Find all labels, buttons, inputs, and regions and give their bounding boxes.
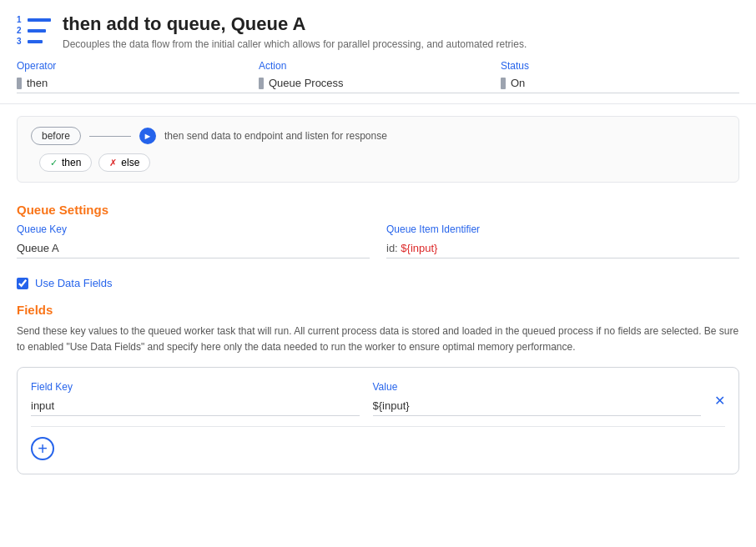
status-drag-handle — [501, 78, 506, 89]
fields-section: Fields Send these key values to the queu… — [0, 289, 756, 483]
operator-label: Operator — [17, 60, 259, 72]
check-icon: ✓ — [50, 158, 58, 168]
queue-key-input[interactable] — [17, 238, 370, 258]
action-drag-handle — [259, 78, 264, 89]
fields-section-title: Fields — [17, 303, 739, 324]
operator-drag-handle — [17, 78, 22, 89]
field-key-group: Field Key — [31, 381, 360, 416]
queue-item-identifier-group: Queue Item Identifier id: ${input} — [386, 223, 739, 258]
action-label: Action — [259, 60, 501, 72]
fields-divider — [31, 426, 725, 427]
else-button[interactable]: ✗ else — [98, 153, 150, 172]
field-value-label: Value — [373, 381, 702, 393]
use-data-fields-label[interactable]: Use Data Fields — [35, 277, 112, 289]
list-icon: 1 2 3 — [17, 13, 51, 46]
page-title: then add to queue, Queue A — [63, 13, 527, 35]
status-group: Status On — [501, 60, 739, 93]
condition-area: before ► then send data to endpoint and … — [17, 116, 739, 183]
id-input-value: ${input} — [401, 242, 437, 254]
operator-group: Operator then — [17, 60, 259, 93]
else-label: else — [121, 157, 139, 168]
queue-settings-area: Queue Key Queue Item Identifier id: ${in… — [0, 223, 756, 267]
fields-card: Field Key Value ✕ + — [17, 367, 739, 474]
status-value: On — [511, 77, 525, 89]
queue-identifier-value: id: ${input} — [386, 238, 739, 258]
action-value: Queue Process — [269, 77, 344, 89]
field-value-group: Value — [373, 381, 702, 416]
use-data-fields-checkbox[interactable] — [17, 278, 28, 289]
status-label: Status — [501, 60, 739, 72]
queue-key-label: Queue Key — [17, 223, 370, 235]
plus-icon: + — [38, 440, 48, 457]
config-fields-row: Operator then Action Queue Process Statu… — [0, 60, 756, 104]
queue-key-group: Queue Key — [17, 223, 370, 258]
delete-field-button[interactable]: ✕ — [714, 381, 725, 408]
header-text-block: then add to queue, Queue A Decouples the… — [63, 13, 527, 50]
action-group: Action Queue Process — [259, 60, 501, 93]
status-value-row: On — [501, 75, 739, 93]
page-description: Decouples the data flow from the initial… — [63, 38, 527, 50]
branch-row: ✓ then ✗ else — [39, 153, 725, 172]
use-data-fields-row: Use Data Fields — [0, 277, 756, 289]
queue-settings-cols: Queue Key Queue Item Identifier id: ${in… — [17, 223, 739, 258]
then-button[interactable]: ✓ then — [39, 153, 92, 172]
then-label: then — [62, 157, 81, 168]
field-value-input[interactable] — [373, 396, 702, 416]
queue-settings-title: Queue Settings — [0, 194, 756, 223]
field-row: Field Key Value ✕ — [31, 381, 725, 416]
condition-description: then send data to endpoint and listen fo… — [164, 130, 387, 142]
operator-value-row: then — [17, 75, 259, 93]
queue-item-identifier-label: Queue Item Identifier — [386, 223, 739, 235]
action-value-row: Queue Process — [259, 75, 501, 93]
fields-description: Send these key values to the queued work… — [17, 324, 739, 355]
condition-before-row: before ► then send data to endpoint and … — [31, 127, 725, 145]
add-field-button[interactable]: + — [31, 437, 54, 460]
before-button[interactable]: before — [31, 127, 81, 145]
condition-arrow-icon: ► — [139, 128, 156, 144]
cross-icon: ✗ — [109, 158, 117, 168]
page-header: 1 2 3 then add to queue, Queue A Decoupl… — [0, 0, 756, 60]
operator-value: then — [27, 77, 48, 89]
condition-line — [89, 136, 131, 137]
field-key-label: Field Key — [31, 381, 360, 393]
id-prefix: id: — [386, 242, 401, 254]
field-key-input[interactable] — [31, 396, 360, 416]
